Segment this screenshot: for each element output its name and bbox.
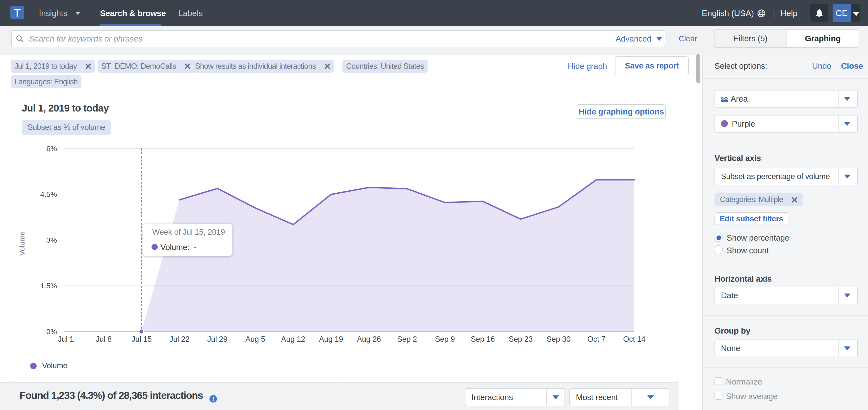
svg-text:1.5%: 1.5% [40,282,57,290]
svg-text:Jul 8: Jul 8 [96,335,112,343]
svg-text:Aug 26: Aug 26 [357,335,381,343]
svg-text:Jul 29: Jul 29 [207,335,227,343]
svg-text:Oct 14: Oct 14 [623,335,645,343]
svg-text:Sep 23: Sep 23 [509,335,533,343]
svg-text:Jul 15: Jul 15 [131,335,152,343]
svg-text:Aug 12: Aug 12 [281,335,305,343]
svg-text:Jul 22: Jul 22 [169,335,189,343]
svg-text:0%: 0% [46,328,57,336]
svg-text:6%: 6% [46,144,57,152]
svg-text:Sep 9: Sep 9 [435,335,455,343]
svg-text:3%: 3% [46,236,57,244]
svg-text:Sep 30: Sep 30 [547,335,571,343]
svg-text:Jul 1: Jul 1 [58,335,74,343]
svg-text:Sep 16: Sep 16 [471,335,495,343]
svg-text:Oct 7: Oct 7 [588,335,606,343]
svg-text:Aug 19: Aug 19 [319,335,343,343]
svg-text:Volume: Volume [18,232,26,256]
svg-text:Sep 2: Sep 2 [397,335,417,343]
svg-text:Aug 5: Aug 5 [245,335,265,343]
svg-text:4.5%: 4.5% [40,190,57,198]
